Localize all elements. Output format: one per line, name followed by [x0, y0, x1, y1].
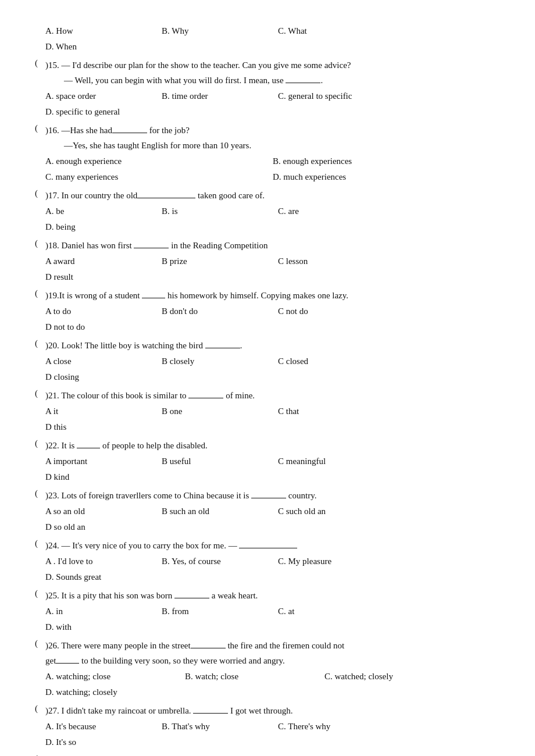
question-18: ( )18. Daniel has won first in the Readi…: [35, 238, 500, 285]
q17-text: )17. In our country the old taken good c…: [45, 188, 500, 202]
question-22: ( )22. It is of people to help the disab…: [35, 438, 500, 485]
q20-text: )20. Look! The little boy is watching th…: [45, 338, 500, 352]
q15-blank: [286, 83, 320, 83]
q23-opt-d: D so old an: [45, 519, 156, 535]
q15-opt-b: B. time order: [162, 88, 272, 104]
q21-text: )21. The colour of this book is similar …: [45, 388, 500, 402]
question-26: ( )26. There were many people in the str…: [35, 639, 500, 700]
q20-paren: (: [35, 338, 45, 348]
q22-opt-d: D kind: [45, 469, 156, 485]
q16-opt-a: A. enough experience: [45, 154, 273, 169]
q24-text: )24. — It's very nice of you to carry th…: [45, 539, 500, 552]
question-24: ( )24. — It's very nice of you to carry …: [35, 539, 500, 585]
q27-opt-a: A. It's because: [45, 719, 156, 734]
q23-blank: [251, 498, 286, 498]
q22-opt-a: A important: [45, 454, 156, 469]
q25-paren: (: [35, 589, 45, 598]
question-intro: A. How B. Why C. What D. When: [35, 23, 500, 55]
q16-opt-d: D. much experiences: [273, 169, 500, 185]
q25-opt-c: C. at: [278, 604, 388, 619]
q15-text: )15. — I'd describe our plan for the sho…: [45, 58, 500, 72]
q17-opt-d: D. being: [45, 219, 156, 235]
q23-opt-a: A so an old: [45, 504, 156, 519]
q18-paren: (: [35, 238, 45, 248]
question-19: ( )19.It is wrong of a student his homew…: [35, 288, 500, 335]
option-b: B. Why: [162, 23, 272, 39]
q15-paren: (: [35, 58, 45, 68]
question-15: ( )15. — I'd describe our plan for the s…: [35, 58, 500, 120]
q26-opt-d: D. watching; closely: [45, 684, 179, 700]
q21-opt-b: B one: [162, 404, 272, 419]
q24-opt-a: A . I'd love to: [45, 554, 156, 569]
q16-opt-c: C. many experiences: [45, 169, 273, 185]
q23-opt-c: C such old an: [278, 504, 388, 519]
q21-opt-c: C that: [278, 404, 388, 419]
q20-opt-c: C closed: [278, 354, 388, 369]
q20-blank: [205, 348, 240, 348]
q24-paren: (: [35, 539, 45, 548]
q15-opt-c: C. general to specific: [278, 88, 412, 104]
q20-opt-d: D closing: [45, 369, 156, 385]
exam-page: A. How B. Why C. What D. When ( )15. — I…: [35, 23, 500, 756]
q18-opt-d: D result: [45, 269, 156, 285]
q27-text: )27. I didn't take my raincoat or umbrel…: [45, 704, 500, 718]
q17-opt-c: C. are: [278, 204, 388, 219]
q27-opt-c: C. There's why: [278, 719, 388, 734]
q26-blank2: [56, 663, 79, 664]
q24-opt-d: D. Sounds great: [45, 569, 156, 585]
question-21: ( )21. The colour of this book is simila…: [35, 388, 500, 435]
q24-blank: [239, 548, 297, 548]
q18-opt-c: C lesson: [278, 254, 388, 269]
q19-opt-b: B don't do: [162, 304, 272, 319]
question-25: ( )25. It is a pity that his son was bor…: [35, 589, 500, 635]
q27-opt-d: D. It's so: [45, 734, 156, 750]
q15-opt-d: D. specific to general: [45, 104, 179, 120]
q18-opt-b: B prize: [162, 254, 272, 269]
q20-opt-a: A close: [45, 354, 156, 369]
question-17: ( )17. In our country the old taken good…: [35, 188, 500, 235]
q25-text: )25. It is a pity that his son was born …: [45, 589, 500, 602]
q18-opt-a: A award: [45, 254, 156, 269]
q18-text: )18. Daniel has won first in the Reading…: [45, 238, 500, 252]
q20-opt-b: B closely: [162, 354, 272, 369]
q15-opt-a: A. space order: [45, 88, 156, 104]
option-a: A. How: [45, 23, 156, 39]
q17-opt-a: A. be: [45, 204, 156, 219]
q21-opt-d: D this: [45, 419, 156, 435]
q27-opt-b: B. That's why: [162, 719, 272, 734]
q23-paren: (: [35, 488, 45, 498]
q17-opt-b: B. is: [162, 204, 272, 219]
q21-blank: [188, 398, 223, 398]
option-c: C. What: [278, 23, 388, 39]
q24-opt-b: B. Yes, of course: [162, 554, 272, 569]
q17-blank: [137, 198, 195, 198]
q18-blank: [134, 248, 169, 248]
q16-sub: —Yes, she has taught English for more th…: [64, 138, 500, 152]
q17-paren: (: [35, 188, 45, 198]
q22-opt-c: C meaningful: [278, 454, 388, 469]
q15-sub: — Well, you can begin with what you will…: [64, 73, 500, 87]
q28-text: )28. There used to be a church in the we…: [45, 754, 500, 756]
q22-opt-b: B useful: [162, 454, 272, 469]
q19-blank: [142, 298, 165, 298]
q27-paren: (: [35, 704, 45, 714]
q25-opt-d: D. with: [45, 619, 156, 635]
question-23: ( )23. Lots of foreign traverllers come …: [35, 488, 500, 535]
q22-blank: [77, 448, 100, 448]
question-28: ( )28. There used to be a church in the …: [35, 754, 500, 756]
question-20: ( )20. Look! The little boy is watching …: [35, 338, 500, 385]
q25-opt-a: A. in: [45, 604, 156, 619]
q16-opt-b: B. enough experiences: [273, 154, 500, 169]
q26-opt-b: B. watch; close: [185, 669, 319, 684]
q26-sub: get to the building very soon, so they w…: [45, 654, 500, 668]
q19-opt-c: C not do: [278, 304, 388, 319]
q28-paren: (: [35, 754, 45, 756]
q25-opt-b: B. from: [162, 604, 272, 619]
q16-blank: [112, 133, 147, 133]
q25-blank: [174, 598, 209, 598]
q26-paren: (: [35, 639, 45, 648]
q21-paren: (: [35, 388, 45, 398]
option-d: D. When: [45, 39, 156, 55]
q26-opt-a: A. watching; close: [45, 669, 179, 684]
q16-text: )16. —Has she had for the job?: [45, 123, 500, 137]
